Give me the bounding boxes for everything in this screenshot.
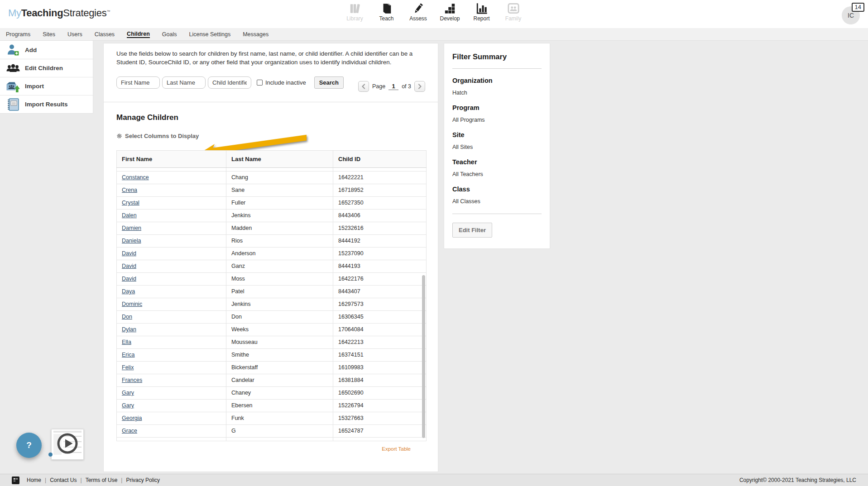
sidebar-item-import[interactable]: Import: [0, 77, 93, 95]
footer-link-home[interactable]: Home: [27, 477, 41, 483]
export-table-link[interactable]: Export Table: [382, 446, 411, 452]
child-id-cell: 16306345: [333, 310, 427, 323]
last-name-input[interactable]: [162, 76, 206, 89]
nav-sites[interactable]: Sites: [43, 31, 55, 38]
nav-users[interactable]: Users: [67, 31, 82, 38]
child-id-cell: 16718952: [333, 184, 427, 196]
child-id-cell: 15237090: [333, 247, 427, 260]
last-name-cell: Sane: [226, 184, 333, 196]
child-first-name-link[interactable]: Crena: [122, 187, 137, 193]
child-id-cell: 16422221: [333, 171, 427, 184]
filter-divider: [452, 68, 542, 69]
last-name-cell: Ebersen: [226, 399, 333, 412]
app-logo[interactable]: MyTeachingStrategies™: [8, 7, 110, 19]
last-name-cell: Chang: [226, 171, 333, 184]
last-name-cell: Bickerstaff: [226, 361, 333, 374]
child-first-name-link[interactable]: David: [122, 263, 136, 269]
footer: Home| Contact Us| Terms of Use| Privacy …: [0, 474, 868, 486]
child-first-name-link[interactable]: David: [122, 276, 136, 282]
filter-section-label: Class: [452, 186, 542, 193]
table-scrollbar-thumb[interactable]: [422, 275, 425, 438]
video-tutorial-thumbnail[interactable]: [51, 429, 84, 460]
child-first-name-link[interactable]: Gary: [122, 402, 134, 409]
child-first-name-link[interactable]: Georgia: [122, 415, 142, 421]
app-library: Library: [342, 2, 368, 22]
child-first-name-link[interactable]: Dominic: [122, 301, 142, 307]
nav-goals[interactable]: Goals: [162, 31, 177, 38]
sidebar-item-add[interactable]: Add: [0, 41, 93, 59]
child-first-name-link[interactable]: David: [122, 250, 136, 257]
copyright-text: Copyright© 2000-2021 Teaching Strategies…: [739, 477, 856, 483]
first-name-cell: Erica: [117, 348, 226, 361]
child-first-name-link[interactable]: Grace: [122, 428, 137, 434]
child-first-name-link[interactable]: Don: [122, 314, 132, 320]
edit-filter-button[interactable]: Edit Filter: [452, 223, 492, 238]
next-page-button[interactable]: [414, 81, 425, 92]
nav-programs[interactable]: Programs: [6, 31, 30, 38]
child-id-cell: 8443406: [333, 209, 427, 222]
first-name-cell: Frances: [117, 374, 226, 386]
child-id-cell: 16524787: [333, 424, 427, 437]
select-columns-button[interactable]: Select Columns to Display: [116, 133, 199, 139]
help-button[interactable]: ?: [16, 433, 42, 458]
app-assess[interactable]: Assess: [406, 2, 431, 22]
last-name-cell: Candelar: [226, 374, 333, 386]
manage-children-panel: Use the fields below to search for child…: [103, 43, 438, 472]
footer-link-contact-us[interactable]: Contact Us: [50, 477, 77, 483]
child-first-name-link[interactable]: Dalen: [122, 212, 137, 219]
child-id-cell: 15327663: [333, 412, 427, 424]
search-button[interactable]: Search: [314, 76, 344, 89]
child-first-name-link[interactable]: Daya: [122, 288, 135, 295]
child-id-cell: 16422176: [333, 272, 427, 285]
filter-section-label: Teacher: [452, 158, 542, 166]
child-first-name-link[interactable]: Ella: [122, 339, 131, 345]
child-first-name-link[interactable]: Damien: [122, 225, 141, 231]
first-name-cell: Dalen: [117, 209, 226, 222]
app-report[interactable]: Report: [469, 2, 494, 22]
filter-sections: Organization Hatch Program All Programs …: [452, 77, 542, 205]
filter-section: Site All Sites: [452, 131, 542, 150]
include-inactive-checkbox[interactable]: [257, 80, 263, 86]
child-first-name-link[interactable]: Frances: [122, 377, 142, 383]
export-row: Export Table: [116, 441, 425, 453]
last-name-cell: Anderson: [226, 247, 333, 260]
child-first-name-link[interactable]: Dylan: [122, 326, 136, 333]
table-row: Ella Mousseau 16422213: [117, 336, 427, 348]
sidebar-item-label: Import Results: [25, 101, 68, 108]
child-identifier-input[interactable]: [208, 76, 251, 89]
filter-summary-title: Filter Summary: [452, 52, 542, 61]
table-row: Daya Patel 8443407: [117, 285, 427, 298]
child-first-name-link[interactable]: Daniela: [122, 238, 141, 244]
app-develop[interactable]: Develop: [437, 2, 463, 22]
child-first-name-link[interactable]: Constance: [122, 174, 149, 181]
column-header-child-id[interactable]: Child ID: [333, 150, 427, 167]
column-header-first-name[interactable]: First Name: [117, 150, 226, 167]
page-number-input[interactable]: [388, 83, 398, 90]
child-first-name-link[interactable]: Erica: [122, 352, 134, 358]
first-name-input[interactable]: [116, 76, 160, 89]
logo-my: My: [8, 7, 21, 19]
child-first-name-link[interactable]: Crystal: [122, 200, 139, 206]
first-name-cell: Gary: [117, 399, 226, 412]
child-first-name-link[interactable]: Felix: [122, 364, 134, 371]
table-row: Dominic Jenkins 16297573: [117, 298, 427, 310]
logo-teaching: Teaching: [21, 7, 63, 19]
sidebar-item-import-results[interactable]: Import Results: [0, 95, 93, 113]
nav-license-settings[interactable]: License Settings: [189, 31, 230, 38]
app-teach[interactable]: Teach: [374, 2, 399, 22]
footer-link-terms-of-use[interactable]: Terms of Use: [86, 477, 118, 483]
child-first-name-link[interactable]: Gary: [122, 390, 134, 396]
sidebar-item-edit-children[interactable]: Edit Children: [0, 59, 93, 77]
column-header-last-name[interactable]: Last Name: [226, 150, 333, 167]
nav-children[interactable]: Children: [127, 31, 150, 38]
table-row: Frances Candelar 16381884: [117, 374, 427, 386]
previous-page-button[interactable]: [358, 81, 369, 92]
footer-link-privacy-policy[interactable]: Privacy Policy: [126, 477, 160, 483]
table-row: Gary Ebersen 15226794: [117, 399, 427, 412]
last-name-cell: Jenkins: [226, 209, 333, 222]
nav-messages[interactable]: Messages: [243, 31, 269, 38]
child-id-cell: 8444193: [333, 260, 427, 272]
last-name-cell: Smithe: [226, 348, 333, 361]
nav-classes[interactable]: Classes: [95, 31, 115, 38]
filter-section: Organization Hatch: [452, 77, 542, 96]
